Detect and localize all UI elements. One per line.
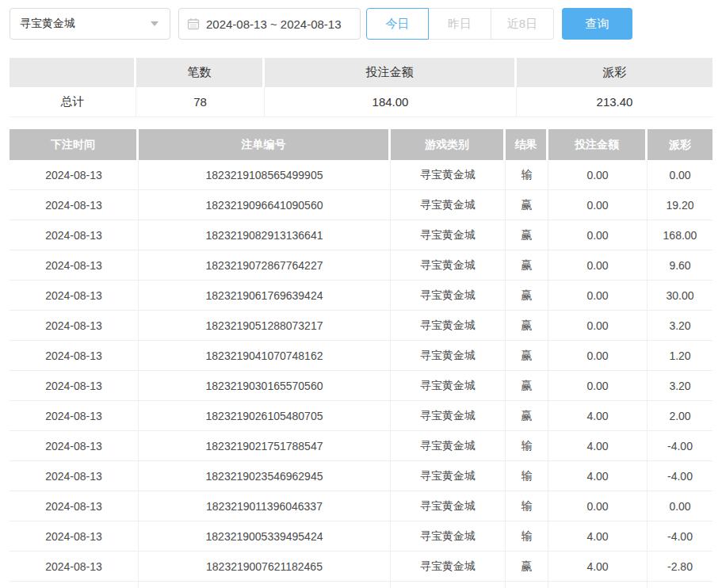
cell-bet-time: 2024-08-13 [10,461,139,491]
cell-order-no: 1823219007621182465 [139,552,391,581]
cell-result: 赢 [506,220,548,250]
cell-result: 赢 [506,190,548,220]
table-row: 2024-08-13 1823219023546962945 寻宝黄金城 输 4… [10,461,712,491]
cell-payout: 30.00 [648,281,712,310]
cell-order-no: 1823219021751788547 [139,431,391,460]
cell-bet-amount: 4.00 [548,461,648,491]
cell-result: 赢 [506,552,548,581]
detail-table-body: 2024-08-13 1823219108565499905 寻宝黄金城 输 0… [10,160,712,582]
cell-game-type: 寻宝黄金城 [391,160,506,189]
cell-game-type: 寻宝黄金城 [391,491,506,521]
cell-game-type: 寻宝黄金城 [391,311,506,340]
cell-order-no: 1823219096641090560 [139,190,391,220]
table-row: 2024-08-13 1823219021751788547 寻宝黄金城 输 4… [10,431,712,461]
cell-order-no: 1823219026105480705 [139,401,391,430]
last-8-days-button[interactable]: 近8日 [491,8,554,40]
detail-table: 下注时间 注单编号 游戏类别 结果 投注金额 派彩 2024-08-13 182… [10,129,712,588]
cell-bet-time: 2024-08-13 [10,281,139,310]
cell-bet-amount: 0.00 [548,220,648,250]
table-row: 2024-08-13 1823219007621182465 寻宝黄金城 赢 4… [10,552,712,582]
cell-game-type: 寻宝黄金城 [391,250,506,280]
cell-result: 赢 [506,250,548,280]
cell-order-no: 1823219005339495424 [139,521,391,551]
cell-result: 输 [506,521,548,551]
summary-table: 笔数 投注金额 派彩 总计 78 184.00 213.40 [10,58,712,117]
cell-game-type: 寻宝黄金城 [391,552,506,581]
summary-total-payout: 213.40 [517,87,712,116]
cell-bet-amount: 0.00 [548,190,648,220]
detail-col-payout: 派彩 [648,129,712,160]
summary-total-bet-amount: 184.00 [265,87,517,116]
cell-order-no: 1823219030165570560 [139,371,391,400]
cell-game-type: 寻宝黄金城 [391,341,506,370]
yesterday-button[interactable]: 昨日 [429,8,491,40]
cell-payout: 19.20 [648,190,712,220]
cell-bet-amount: 4.00 [548,521,648,551]
cell-payout: 3.20 [648,311,712,340]
cell-game-type: 寻宝黄金城 [391,401,506,430]
cell-order-no: 1823219108565499905 [139,160,391,189]
detail-col-game-type: 游戏类别 [391,129,506,160]
cell-game-type: 寻宝黄金城 [391,371,506,400]
summary-total-label: 总计 [10,87,136,116]
cell-bet-time: 2024-08-13 [10,401,139,430]
cell-payout: 9.60 [648,250,712,280]
cell-result: 输 [506,160,548,189]
cell-payout: -4.00 [648,521,712,551]
cell-game-type: 寻宝黄金城 [391,281,506,310]
summary-header-row: 笔数 投注金额 派彩 [10,58,712,87]
table-row: 2024-08-13 1823219030165570560 寻宝黄金城 赢 0… [10,371,712,401]
cell-game-type: 寻宝黄金城 [391,521,506,551]
quick-range-group: 今日 昨日 近8日 [366,8,554,40]
cell-payout: -4.00 [648,461,712,491]
cell-payout: 0.00 [648,160,712,189]
game-select[interactable]: 寻宝黄金城 [10,8,170,40]
cell-bet-time: 2024-08-13 [10,190,139,220]
table-row: 2024-08-13 1823219061769639424 寻宝黄金城 赢 0… [10,281,712,311]
detail-col-order-no: 注单编号 [139,129,391,160]
table-row: 2024-08-13 1823219011396046337 寻宝黄金城 输 0… [10,491,712,521]
cell-bet-time: 2024-08-13 [10,250,139,280]
cell-result: 赢 [506,311,548,340]
cell-order-no: 1823219072867764227 [139,250,391,280]
cell-order-no: 1823219023546962945 [139,461,391,491]
cell-result: 输 [506,461,548,491]
date-range-input[interactable]: 2024-08-13 ~ 2024-08-13 [178,8,361,40]
cell-game-type: 寻宝黄金城 [391,461,506,491]
cell-order-no: 1823219051288073217 [139,311,391,340]
query-button[interactable]: 查询 [562,8,632,40]
cell-bet-amount: 0.00 [548,311,648,340]
summary-total-row: 总计 78 184.00 213.40 [10,87,712,117]
cell-payout: 168.00 [648,220,712,250]
cell-order-no: 1823219011396046337 [139,491,391,521]
table-row: 2024-08-13 1823219005339495424 寻宝黄金城 输 4… [10,521,712,552]
cell-bet-amount: 4.00 [548,552,648,581]
cell-payout: 1.20 [648,341,712,370]
cell-result: 赢 [506,371,548,400]
cell-result: 赢 [506,281,548,310]
table-row: 2024-08-13 1823219096641090560 寻宝黄金城 赢 0… [10,190,712,220]
summary-col-payout: 派彩 [517,58,712,87]
cell-result: 赢 [506,401,548,430]
table-row: 2024-08-13 1823219072867764227 寻宝黄金城 赢 0… [10,250,712,281]
cell-order-no: 1823219082913136641 [139,220,391,250]
cell-bet-amount: 0.00 [548,281,648,310]
table-row: 2024-08-13 1823219082913136641 寻宝黄金城 赢 0… [10,220,712,250]
cell-payout: 2.00 [648,401,712,430]
cell-game-type: 寻宝黄金城 [391,220,506,250]
cell-payout: 3.20 [648,371,712,400]
cell-bet-amount: 0.00 [548,371,648,400]
cell-game-type: 寻宝黄金城 [391,190,506,220]
summary-col-count: 笔数 [136,58,265,87]
cell-bet-amount: 0.00 [548,250,648,280]
cell-bet-time: 2024-08-13 [10,431,139,460]
cell-bet-time: 2024-08-13 [10,521,139,551]
cell-bet-time: 2024-08-13 [10,311,139,340]
today-button[interactable]: 今日 [366,8,429,40]
cell-payout: -2.80 [648,552,712,581]
cell-payout: 0.00 [648,491,712,521]
table-row: 2024-08-13 1823219026105480705 寻宝黄金城 赢 4… [10,401,712,431]
table-row-partial [10,582,712,588]
cell-bet-time: 2024-08-13 [10,371,139,400]
cell-result: 输 [506,431,548,460]
